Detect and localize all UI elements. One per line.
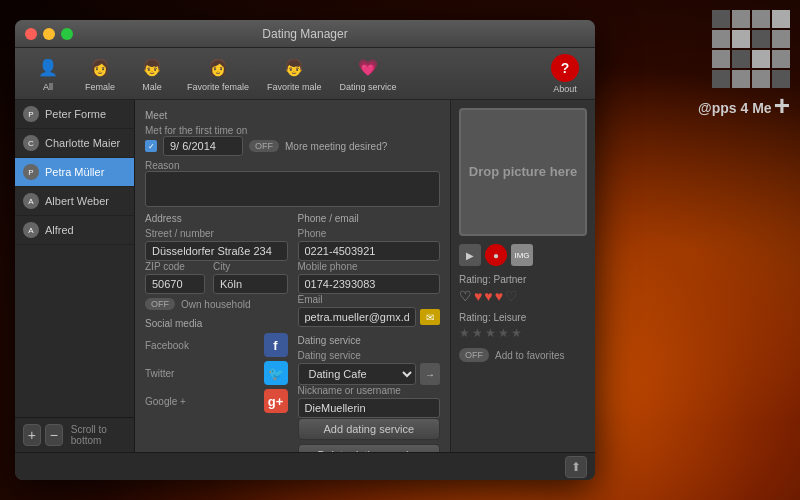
more-meeting-toggle[interactable]: OFF (249, 140, 279, 152)
address-section-title: Address (145, 213, 288, 224)
met-date-input[interactable] (163, 136, 243, 156)
email-input[interactable] (298, 307, 417, 327)
all-icon: 👤 (36, 56, 60, 80)
sidebar-item-petra[interactable]: P Petra Müller (15, 158, 134, 187)
heart-3[interactable]: ♥ (484, 288, 492, 304)
toolbar-item-all[interactable]: 👤 All (23, 52, 73, 96)
add-contact-button[interactable]: + (23, 424, 41, 446)
logo-area: @pps 4 Me + (640, 10, 800, 130)
sidebar-item-albert[interactable]: A Albert Weber (15, 187, 134, 216)
twitter-row: Twitter 🐦 (145, 361, 288, 385)
street-group: Street / number (145, 228, 288, 261)
google-label: Google + (145, 396, 186, 407)
rating-partner-label: Rating: Partner (459, 274, 587, 285)
two-col-section: Address Street / number ZIP code City (145, 213, 440, 452)
sidebar-footer: + − Scroll to bottom (15, 417, 134, 452)
sidebar-name-alfred: Alfred (45, 224, 74, 236)
record-button[interactable]: ● (485, 244, 507, 266)
sidebar-item-alfred[interactable]: A Alfred (15, 216, 134, 245)
right-panel: Drop picture here ▶ ● IMG Rating: Partne… (450, 100, 595, 452)
close-button[interactable] (25, 28, 37, 40)
zip-label: ZIP code (145, 261, 205, 272)
phone-label: Phone (298, 228, 441, 239)
leisure-stars: ★ ★ ★ ★ ★ (459, 326, 587, 340)
toolbar-item-favorite-male[interactable]: 👦 Favorite male (259, 52, 330, 96)
city-input[interactable] (213, 274, 288, 294)
nickname-input[interactable] (298, 398, 441, 418)
heart-2[interactable]: ♥ (474, 288, 482, 304)
toolbar-item-female[interactable]: 👩 Female (75, 52, 125, 96)
delete-dating-service-button[interactable]: Delete dating service (298, 444, 441, 452)
heart-1[interactable]: ♡ (459, 288, 472, 304)
drop-zone[interactable]: Drop picture here (459, 108, 587, 236)
logo-plus: + (774, 92, 790, 120)
maximize-button[interactable] (61, 28, 73, 40)
facebook-icon[interactable]: f (264, 333, 288, 357)
sidebar-item-peter[interactable]: P Peter Forme (15, 100, 134, 129)
twitter-icon[interactable]: 🐦 (264, 361, 288, 385)
add-dating-service-button[interactable]: Add dating service (298, 418, 441, 440)
own-household-row: OFF Own household (145, 298, 288, 310)
bottom-bar: ⬆ (15, 452, 595, 480)
titlebar: Dating Manager (15, 20, 595, 48)
email-icon: ✉ (420, 309, 440, 325)
logo-cell (772, 30, 790, 48)
image-button[interactable]: IMG (511, 244, 533, 266)
about-button[interactable]: ? About (543, 50, 587, 98)
partner-hearts: ♡ ♥ ♥ ♥ ♡ (459, 288, 587, 304)
reason-label: Reason (145, 160, 440, 171)
logo-cell (732, 30, 750, 48)
star-3[interactable]: ★ (485, 326, 496, 340)
logo-cell (772, 10, 790, 28)
about-label: About (553, 84, 577, 94)
street-input[interactable] (145, 241, 288, 261)
toolbar: 👤 All 👩 Female 👦 Male 👩 Favorite female … (15, 48, 595, 100)
own-household-label: Own household (181, 299, 251, 310)
dating-section-title: Dating service (298, 335, 441, 346)
favorites-label: Add to favorites (495, 350, 564, 361)
email-label: Email (298, 294, 441, 305)
meet-section-title: Meet (145, 110, 440, 121)
met-label: Met for the first time on (145, 125, 440, 136)
traffic-lights (25, 28, 73, 40)
sidebar-name-albert: Albert Weber (45, 195, 109, 207)
nickname-label: Nickname or username (298, 385, 441, 396)
toolbar-item-male[interactable]: 👦 Male (127, 52, 177, 96)
minimize-button[interactable] (43, 28, 55, 40)
logo-cell (752, 50, 770, 68)
google-plus-icon[interactable]: g+ (264, 389, 288, 413)
share-button[interactable]: ⬆ (565, 456, 587, 478)
star-4[interactable]: ★ (498, 326, 509, 340)
star-5[interactable]: ★ (511, 326, 522, 340)
dating-go-button[interactable]: → (420, 363, 440, 385)
own-household-toggle[interactable]: OFF (145, 298, 175, 310)
phone-section-title: Phone / email (298, 213, 441, 224)
logo-cell (732, 10, 750, 28)
app-window: Dating Manager 👤 All 👩 Female 👦 Male 👩 F… (15, 20, 595, 480)
logo-cell (712, 10, 730, 28)
avatar-charlotte: C (23, 135, 39, 151)
window-title: Dating Manager (262, 27, 347, 41)
heart-4[interactable]: ♥ (495, 288, 503, 304)
mobile-label: Mobile phone (298, 261, 441, 272)
logo-text: @pps 4 Me (698, 100, 772, 116)
favorites-toggle[interactable]: OFF (459, 348, 489, 362)
social-section-title: Social media (145, 318, 288, 329)
remove-contact-button[interactable]: − (45, 424, 63, 446)
toolbar-item-dating-service[interactable]: 💗 Dating service (332, 52, 405, 96)
mobile-input[interactable] (298, 274, 441, 294)
dating-service-select[interactable]: Dating Cafe (298, 363, 417, 385)
dating-service-icon: 💗 (356, 56, 380, 80)
heart-5[interactable]: ♡ (505, 288, 518, 304)
star-1[interactable]: ★ (459, 326, 470, 340)
sidebar-item-charlotte[interactable]: C Charlotte Maier (15, 129, 134, 158)
more-meeting-label: More meeting desired? (285, 141, 387, 152)
reason-textarea[interactable] (145, 171, 440, 207)
star-2[interactable]: ★ (472, 326, 483, 340)
phone-input[interactable] (298, 241, 441, 261)
favorites-section: OFF Add to favorites (459, 348, 587, 362)
zip-input[interactable] (145, 274, 205, 294)
met-checkbox[interactable]: ✓ (145, 140, 157, 152)
toolbar-item-favorite-female[interactable]: 👩 Favorite female (179, 52, 257, 96)
play-button[interactable]: ▶ (459, 244, 481, 266)
